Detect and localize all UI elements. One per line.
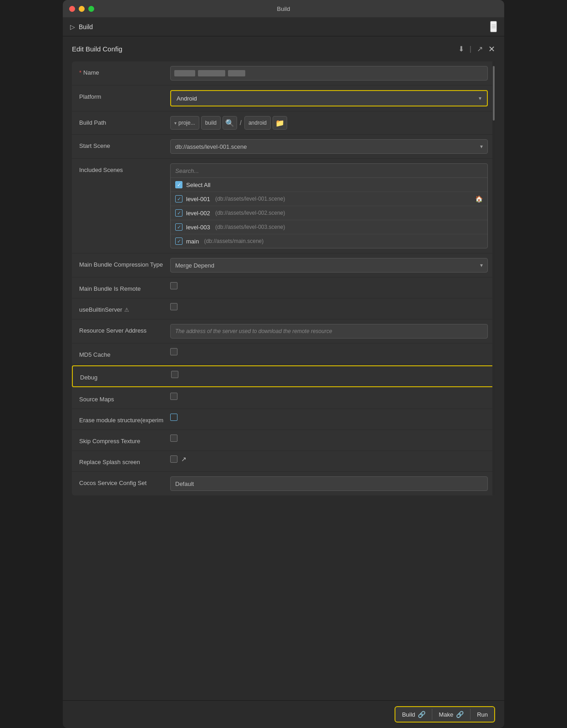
cocos-service-value: Default xyxy=(175,480,483,487)
erase-module-checkbox[interactable] xyxy=(170,414,177,421)
bottom-actions: Build 🔗 Make 🔗 Run xyxy=(395,706,495,723)
export-config-button[interactable]: ↗ xyxy=(475,44,485,54)
main-content: Edit Build Config ⬇ | ↗ ✕ *Name xyxy=(63,36,504,700)
name-blur-3 xyxy=(228,70,245,76)
debug-checkbox[interactable] xyxy=(171,371,178,378)
main-bundle-remote-checkbox[interactable] xyxy=(170,282,177,289)
name-required: * xyxy=(79,69,81,76)
scrollbar-thumb[interactable] xyxy=(493,66,495,121)
close-window-button[interactable] xyxy=(69,6,75,12)
build-path-android[interactable]: android xyxy=(244,116,271,130)
minimize-window-button[interactable] xyxy=(79,6,85,12)
resource-server-input[interactable]: The address of the server used to downlo… xyxy=(170,324,488,339)
scene-checkbox-main[interactable] xyxy=(175,238,182,245)
name-field[interactable] xyxy=(170,66,488,81)
debug-control xyxy=(171,371,487,378)
build-path-search-button[interactable]: 🔍 xyxy=(223,116,237,130)
cocos-service-row: Cocos Service Config Set Default xyxy=(72,472,495,495)
run-button-label: Run xyxy=(477,711,488,718)
builtin-label-container: useBuiltinServer ⚠ xyxy=(79,306,170,314)
bottom-bar: Build 🔗 Make 🔗 Run xyxy=(63,700,504,728)
main-window: Build ▷ Build ≡ Edit Build Config ⬇ | ↗ … xyxy=(63,0,504,728)
start-scene-chevron-icon: ▾ xyxy=(480,143,483,150)
scene-checkbox-level-003[interactable] xyxy=(175,223,182,231)
warning-icon: ⚠ xyxy=(124,306,129,314)
build-button[interactable]: Build 🔗 xyxy=(395,707,432,722)
cocos-service-label: Cocos Service Config Set xyxy=(79,476,170,487)
compression-row: Main Bundle Compression Type Merge Depen… xyxy=(72,253,495,278)
skip-compress-checkbox[interactable] xyxy=(170,435,177,442)
external-link-icon[interactable]: ↗ xyxy=(181,455,187,463)
start-scene-value: db://assets/level-001.scene xyxy=(175,143,480,150)
save-config-button[interactable]: ⬇ xyxy=(456,44,466,54)
build-path-row: Build Path ▾ proje... build 🔍 xyxy=(72,111,495,135)
name-label: *Name xyxy=(79,66,170,77)
use-builtin-server-checkbox[interactable] xyxy=(170,303,177,310)
build-path-container: ▾ proje... build 🔍 / android xyxy=(170,116,488,130)
platform-control: Android ▾ xyxy=(170,90,488,106)
home-icon: 🏠 xyxy=(475,195,483,202)
make-button[interactable]: Make 🔗 xyxy=(432,707,470,722)
app-header-menu-button[interactable]: ≡ xyxy=(490,21,497,32)
resource-server-placeholder: The address of the server used to downlo… xyxy=(175,328,332,334)
build-config-panel: *Name Platform Andro xyxy=(72,61,495,495)
scene-name-main: main xyxy=(186,238,199,245)
scene-name-level-002: level-002 xyxy=(186,210,210,217)
scene-path-main: (db://assets/main.scene) xyxy=(202,238,263,244)
resource-server-control: The address of the server used to downlo… xyxy=(170,324,488,339)
platform-select-text: Android xyxy=(177,95,479,102)
search-icon: 🔍 xyxy=(225,119,234,127)
source-maps-row: Source Maps xyxy=(72,388,495,409)
compression-select[interactable]: Merge Depend ▾ xyxy=(170,258,488,273)
panel-title: Edit Build Config xyxy=(72,45,122,53)
scene-checkbox-level-002[interactable] xyxy=(175,209,182,217)
erase-module-label: Erase module structure(experim xyxy=(79,414,170,425)
use-builtin-server-row: useBuiltinServer ⚠ xyxy=(72,298,495,319)
name-row: *Name xyxy=(72,61,495,86)
build-path-control: ▾ proje... build 🔍 / android xyxy=(170,116,488,130)
md5-cache-row: MD5 Cache xyxy=(72,344,495,364)
erase-module-row: Erase module structure(experim xyxy=(72,409,495,430)
start-scene-row: Start Scene db://assets/level-001.scene … xyxy=(72,135,495,159)
compression-value: Merge Depend xyxy=(175,262,480,269)
name-blur-1 xyxy=(174,70,195,76)
make-button-label: Make xyxy=(439,711,453,718)
replace-splash-row: Replace Splash screen ↗ xyxy=(72,451,495,472)
start-scene-control: db://assets/level-001.scene ▾ xyxy=(170,139,488,154)
scene-item-level-002: level-002 (db://assets/level-002.scene) xyxy=(171,206,487,220)
build-path-project[interactable]: ▾ proje... xyxy=(170,116,199,130)
replace-splash-control: ↗ xyxy=(170,455,488,463)
debug-row: Debug xyxy=(72,365,495,387)
compression-chevron-icon: ▾ xyxy=(480,262,483,268)
source-maps-checkbox[interactable] xyxy=(170,393,177,400)
included-scenes-panel: Select All level-001 (db://assets/level-… xyxy=(170,163,488,248)
close-panel-button[interactable]: ✕ xyxy=(488,44,495,54)
select-all-checkbox[interactable] xyxy=(175,181,182,188)
scenes-search-input[interactable] xyxy=(175,167,483,174)
build-path-build[interactable]: build xyxy=(201,116,221,130)
skip-compress-label: Skip Compress Texture xyxy=(79,435,170,445)
app-header-icon: ▷ xyxy=(70,23,75,30)
build-path-label: Build Path xyxy=(79,116,170,127)
scene-item-level-003: level-003 (db://assets/level-003.scene) xyxy=(171,220,487,234)
run-button[interactable]: Run xyxy=(471,708,494,722)
start-scene-select[interactable]: db://assets/level-001.scene ▾ xyxy=(170,139,488,154)
included-scenes-label: Included Scenes xyxy=(79,163,170,174)
included-scenes-control: Select All level-001 (db://assets/level-… xyxy=(170,163,488,248)
platform-select[interactable]: Android ▾ xyxy=(170,90,488,106)
cocos-service-control: Default xyxy=(170,476,488,491)
replace-splash-checkbox[interactable] xyxy=(170,455,177,463)
window-title: Build xyxy=(277,5,290,12)
scene-checkbox-level-001[interactable] xyxy=(175,195,182,202)
build-button-label: Build xyxy=(402,711,415,718)
maximize-window-button[interactable] xyxy=(88,6,94,12)
app-header: ▷ Build ≡ xyxy=(63,17,504,36)
use-builtin-server-control xyxy=(170,303,488,310)
cocos-service-select[interactable]: Default xyxy=(170,476,488,491)
scenes-select-all-item: Select All xyxy=(171,178,487,192)
app-header-title: Build xyxy=(79,23,93,30)
build-path-folder-button[interactable]: 📁 xyxy=(273,116,287,130)
name-control xyxy=(170,66,488,81)
md5-cache-checkbox[interactable] xyxy=(170,348,177,355)
build-path-arrow-icon: ▾ xyxy=(174,121,177,126)
